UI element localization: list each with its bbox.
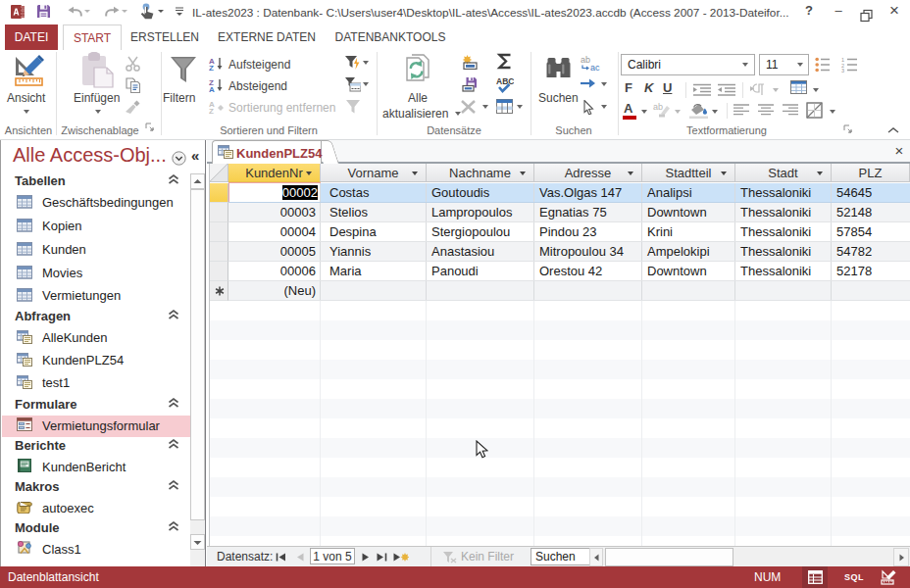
- svg-text:3: 3: [841, 68, 844, 73]
- svg-text:ab: ab: [653, 102, 663, 112]
- svg-text:A: A: [209, 85, 215, 92]
- svg-text:ac: ac: [590, 63, 600, 72]
- svg-text:Z: Z: [209, 107, 214, 114]
- svg-text:ABC: ABC: [496, 76, 514, 86]
- svg-text:Z: Z: [209, 64, 214, 71]
- svg-text:ab: ab: [581, 55, 590, 65]
